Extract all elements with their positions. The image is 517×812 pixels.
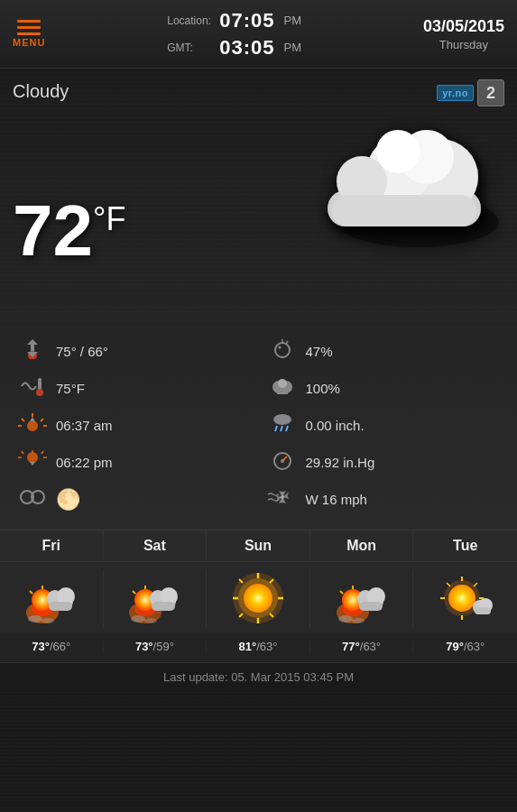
forecast-temp-sun: 81°/63° — [207, 640, 310, 653]
forecast-day-fri: Fri — [0, 531, 104, 561]
location-label: Location: — [167, 14, 212, 27]
menu-label: MENU — [13, 37, 45, 48]
svg-point-72 — [244, 584, 272, 613]
fri-high: 73° — [32, 640, 50, 653]
tue-low: /63° — [464, 640, 485, 653]
sun-weather-icon — [229, 569, 287, 627]
stat-cloud-cover: 100% — [259, 371, 509, 406]
wind-value: W 16 mph — [306, 492, 367, 507]
forecast-temp-sat: 73°/59° — [104, 640, 208, 653]
svg-point-31 — [278, 346, 281, 349]
forecast-day-sun: Sun — [207, 531, 310, 561]
svg-line-23 — [22, 451, 23, 454]
tue-high: 79° — [446, 640, 464, 653]
forecast-icon-sat — [104, 569, 208, 627]
menu-button[interactable]: MENU — [13, 20, 45, 48]
svg-line-17 — [41, 419, 43, 421]
stat-precipitation: 0.00 inch. — [259, 408, 509, 443]
stats-left-col: 75° / 66° 75°F 06:37 am — [9, 334, 259, 517]
sunrise-icon — [16, 413, 49, 438]
forecast-icons — [0, 562, 517, 634]
header: MENU Location: 07:05 PM GMT: 03:05 PM 03… — [0, 0, 517, 69]
temperature-display: 72°F — [13, 195, 125, 267]
local-time-row: Location: 07:05 PM — [167, 9, 301, 32]
svg-point-91 — [338, 615, 353, 623]
cloud-illustration — [300, 105, 499, 249]
wind-icon — [266, 487, 299, 512]
rain-icon — [266, 413, 299, 438]
svg-line-39 — [275, 426, 277, 431]
forecast-day-mon: Mon — [310, 531, 414, 561]
forecast-section: Fri Sat Sun Mon Tue — [0, 530, 517, 662]
svg-marker-27 — [30, 462, 35, 466]
humidity-value: 47% — [306, 344, 333, 359]
date-section: 03/05/2015 Thursday — [423, 17, 504, 51]
sun-high: 81° — [239, 640, 257, 653]
svg-point-13 — [36, 389, 43, 396]
svg-line-33 — [286, 341, 288, 344]
forecast-day-tue: Tue — [413, 531, 517, 561]
sunset-icon — [16, 450, 49, 475]
last-update-text: Last update: 05. Mar 2015 03:45 PM — [163, 670, 354, 684]
svg-point-68 — [131, 615, 145, 623]
svg-point-30 — [275, 343, 290, 357]
feels-like-value: 75°F — [56, 381, 85, 396]
stats-right-col: 47% 100% 0.00 inch. — [259, 334, 509, 517]
sunrise-value: 06:37 am — [56, 418, 113, 433]
pressure-icon — [266, 450, 299, 475]
forecast-day-headers: Fri Sat Sun Mon Tue — [0, 530, 517, 562]
footer: Last update: 05. Mar 2015 03:45 PM — [0, 662, 517, 691]
svg-line-50 — [30, 591, 32, 594]
gmt-ampm: PM — [284, 41, 302, 54]
mon-weather-icon — [333, 569, 391, 627]
fri-weather-icon — [23, 569, 80, 627]
svg-rect-36 — [277, 388, 288, 394]
thermometer-arrows-icon — [16, 339, 49, 364]
svg-rect-103 — [475, 607, 491, 614]
precipitation-value: 0.00 inch. — [306, 418, 365, 433]
forecast-temps: 73°/66° 73°/59° 81°/63° 77°/63° 79°/63° — [0, 634, 517, 662]
svg-point-94 — [448, 585, 475, 612]
stat-feels-like: 75°F — [9, 371, 259, 406]
temp-range-value: 75° / 66° — [56, 344, 108, 359]
svg-point-14 — [27, 420, 38, 431]
svg-line-24 — [42, 451, 43, 454]
gmt-time-row: GMT: 03:05 PM — [167, 36, 301, 60]
svg-line-41 — [286, 426, 288, 431]
stat-temp-range: 75° / 66° — [9, 334, 259, 369]
mon-high: 77° — [342, 640, 360, 653]
svg-point-38 — [273, 414, 291, 425]
cloud-svg — [300, 105, 499, 249]
svg-point-56 — [28, 615, 42, 623]
gmt-time: 03:05 — [219, 36, 274, 60]
hamburger-icon — [17, 20, 41, 35]
svg-line-40 — [281, 426, 282, 431]
stat-pressure: 29.92 in.Hg — [259, 445, 509, 480]
gmt-label: GMT: — [167, 42, 212, 54]
svg-line-16 — [22, 419, 24, 421]
forecast-icon-fri — [0, 569, 104, 627]
local-ampm: PM — [284, 14, 302, 27]
sat-low: /59° — [153, 640, 174, 653]
time-section: Location: 07:05 PM GMT: 03:05 PM — [167, 9, 301, 60]
svg-line-99 — [447, 583, 450, 586]
stat-humidity: 47% — [259, 334, 509, 369]
moon-value: 🌕 — [56, 488, 80, 512]
svg-marker-10 — [27, 339, 38, 345]
local-time: 07:05 — [219, 9, 274, 32]
stat-wind: W 16 mph — [259, 482, 509, 517]
svg-line-62 — [133, 591, 135, 594]
forecast-icon-mon — [310, 569, 414, 627]
temp-unit: °F — [93, 200, 125, 237]
svg-line-85 — [340, 591, 343, 594]
forecast-temp-fri: 73°/66° — [0, 640, 104, 653]
forecast-icon-tue — [413, 569, 517, 627]
temp-value: 72 — [13, 190, 93, 271]
svg-point-21 — [27, 452, 38, 463]
forecast-icon-sun — [207, 569, 310, 627]
weather-main: Cloudy yr.no 2 — [0, 69, 517, 321]
mon-low: /63° — [360, 640, 381, 653]
svg-point-69 — [144, 618, 157, 623]
yr-number: 2 — [477, 79, 504, 106]
feels-like-icon — [16, 376, 49, 401]
